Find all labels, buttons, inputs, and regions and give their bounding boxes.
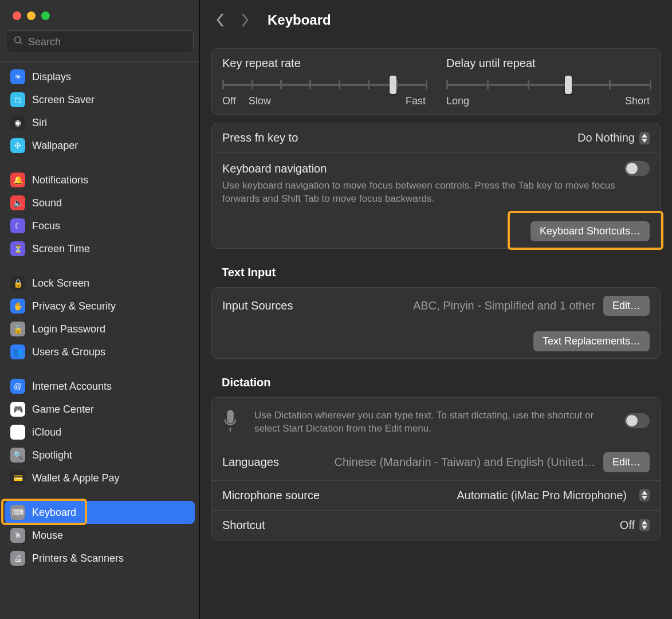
text-replacements-button[interactable]: Text Replacements…: [533, 331, 650, 351]
sidebar-item-spotlight[interactable]: 🔍Spotlight: [5, 444, 195, 467]
slider-delay[interactable]: [446, 78, 650, 92]
search-input[interactable]: [28, 36, 186, 48]
privacy-icon: ✋: [10, 299, 25, 314]
sidebar: ☀Displays◻Screen Saver◉Siri✣Wallpaper🔔No…: [0, 0, 200, 619]
edit-input-sources-button[interactable]: Edit…: [603, 296, 650, 316]
keyboard-navigation-label: Keyboard navigation: [222, 162, 327, 175]
slider-key-repeat-min: Off: [222, 95, 236, 107]
sidebar-item-usersgroups[interactable]: 👥Users & Groups: [5, 340, 195, 363]
fn-key-stepper-icon[interactable]: [639, 132, 650, 144]
microphone-source-stepper-icon[interactable]: [639, 489, 650, 502]
page-title: Keyboard: [268, 12, 331, 28]
minimize-window-button[interactable]: [27, 11, 36, 20]
icloud-icon: ☁: [10, 425, 25, 440]
sidebar-item-label: Game Center: [32, 403, 94, 416]
slider-keyrepeat-knob[interactable]: [390, 76, 396, 94]
sidebar-item-label: Spotlight: [32, 449, 72, 461]
lockscreen-icon: 🔒: [10, 276, 25, 291]
card-key-repeat: Key repeat rate Off Slow Fast Delay unti…: [211, 48, 661, 115]
sidebar-item-label: Internet Accounts: [32, 381, 112, 393]
sidebar-item-walletpay[interactable]: 💳Wallet & Apple Pay: [5, 467, 195, 489]
sidebar-item-focus[interactable]: ☾Focus: [5, 214, 195, 237]
dictation-toggle[interactable]: [624, 413, 650, 428]
sidebar-item-label: Mouse: [32, 530, 63, 542]
sidebar-list[interactable]: ☀Displays◻Screen Saver◉Siri✣Wallpaper🔔No…: [0, 61, 199, 619]
sidebar-item-internetacc[interactable]: @Internet Accounts: [5, 375, 195, 398]
displays-icon: ☀: [10, 69, 25, 84]
section-header-text-input: Text Input: [222, 266, 661, 279]
sidebar-item-sound[interactable]: 🔈Sound: [5, 191, 195, 214]
row-microphone-source[interactable]: Microphone source Automatic (iMac Pro Mi…: [212, 480, 660, 510]
dictation-shortcut-label: Shortcut: [222, 519, 265, 532]
sidebar-item-label: Sound: [32, 197, 62, 209]
slider-delay-knob[interactable]: [565, 76, 572, 94]
sidebar-item-screentime[interactable]: ⏳Screen Time: [5, 237, 195, 260]
slider-label-delay: Delay until repeat: [446, 57, 650, 70]
microphone-source-value: Automatic (iMac Pro Microphone): [328, 489, 627, 502]
slider-key-repeat[interactable]: [222, 78, 426, 92]
sidebar-item-label: Wallet & Apple Pay: [32, 472, 119, 484]
internetacc-icon: @: [10, 379, 25, 394]
section-header-dictation: Dictation: [222, 376, 661, 389]
sidebar-item-icloud[interactable]: ☁iCloud: [5, 421, 195, 444]
card-dictation: Use Dictation wherever you can type text…: [211, 397, 661, 540]
microphone-source-label: Microphone source: [222, 489, 320, 502]
microphone-icon: [222, 410, 238, 432]
notifications-icon: 🔔: [10, 173, 25, 187]
search-input-container[interactable]: [6, 30, 194, 53]
nav-back-button[interactable]: [211, 11, 229, 29]
sidebar-item-label: Displays: [32, 71, 71, 83]
sidebar-item-siri[interactable]: ◉Siri: [5, 111, 195, 134]
spotlight-icon: 🔍: [10, 448, 25, 463]
siri-icon: ◉: [10, 115, 25, 130]
close-window-button[interactable]: [13, 11, 21, 20]
keyboard-navigation-desc: Use keyboard navigation to move focus be…: [222, 179, 650, 206]
keyboard-shortcuts-button[interactable]: Keyboard Shortcuts…: [530, 221, 650, 241]
sidebar-item-label: Login Password: [32, 323, 105, 335]
printers-icon: 🖨: [10, 551, 25, 566]
sidebar-item-wallpaper[interactable]: ✣Wallpaper: [5, 134, 195, 157]
input-sources-value: ABC, Pinyin - Simplified and 1 other: [301, 299, 595, 312]
sidebar-item-gamecenter[interactable]: 🎮Game Center: [5, 398, 195, 421]
sidebar-item-label: iCloud: [32, 426, 61, 438]
sidebar-item-label: Printers & Scanners: [32, 553, 124, 565]
screentime-icon: ⏳: [10, 241, 25, 256]
zoom-window-button[interactable]: [41, 11, 50, 20]
row-dictation-shortcut[interactable]: Shortcut Off: [212, 510, 660, 540]
sidebar-item-lockscreen[interactable]: 🔒Lock Screen: [5, 272, 195, 295]
nav-forward-button[interactable]: [237, 11, 254, 29]
dictation-languages-label: Languages: [222, 456, 279, 469]
sidebar-item-privacy[interactable]: ✋Privacy & Security: [5, 295, 195, 318]
slider-key-repeat-slow: Slow: [249, 95, 271, 107]
sidebar-item-label: Siri: [32, 117, 47, 129]
sidebar-item-displays[interactable]: ☀Displays: [5, 65, 195, 88]
sidebar-item-label: Screen Time: [32, 243, 90, 255]
card-text-input: Input Sources ABC, Pinyin - Simplified a…: [211, 287, 661, 359]
sidebar-item-label: Keyboard: [32, 507, 76, 519]
dictation-desc: Use Dictation wherever you can type text…: [254, 409, 616, 436]
keyboard-navigation-toggle[interactable]: [624, 161, 650, 176]
loginpwd-icon: 🔒: [10, 322, 25, 336]
dictation-shortcut-stepper-icon[interactable]: [639, 519, 650, 531]
sidebar-item-label: Focus: [32, 220, 60, 232]
sidebar-item-screensaver[interactable]: ◻Screen Saver: [5, 88, 195, 111]
sidebar-item-label: Lock Screen: [32, 277, 89, 289]
slider-key-repeat-max: Fast: [406, 95, 426, 107]
sidebar-item-label: Privacy & Security: [32, 300, 116, 312]
sidebar-item-printers[interactable]: 🖨Printers & Scanners: [5, 547, 195, 570]
dictation-languages-value: Chinese (Mandarin - Taiwan) and English …: [287, 456, 595, 469]
sidebar-item-loginpwd[interactable]: 🔒Login Password: [5, 318, 195, 340]
sidebar-item-notifications[interactable]: 🔔Notifications: [5, 169, 195, 191]
slider-label-key-repeat: Key repeat rate: [222, 57, 426, 70]
search-icon: [13, 36, 28, 48]
gamecenter-icon: 🎮: [10, 402, 25, 417]
edit-languages-button[interactable]: Edit…: [603, 452, 650, 472]
sidebar-item-keyboard[interactable]: ⌨Keyboard: [5, 501, 195, 524]
header: Keyboard: [211, 0, 661, 40]
usersgroups-icon: 👥: [10, 344, 25, 359]
row-fn-key[interactable]: Press fn key to Do Nothing: [212, 123, 660, 152]
fn-key-label: Press fn key to: [222, 131, 298, 144]
slider-delay-max: Short: [625, 95, 650, 107]
walletpay-icon: 💳: [10, 471, 25, 485]
sidebar-item-mouse[interactable]: 🖱Mouse: [5, 524, 195, 547]
